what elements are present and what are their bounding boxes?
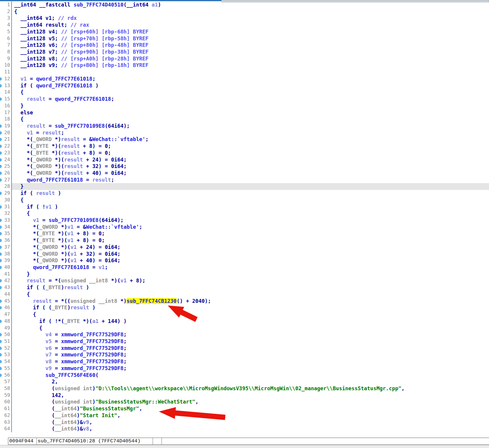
code-line[interactable]: 18 { xyxy=(0,116,489,123)
code-text[interactable]: v1 = result; xyxy=(12,129,489,136)
code-text[interactable]: __int64 result; // rax xyxy=(12,22,489,28)
code-text[interactable]: { xyxy=(12,197,489,204)
code-line[interactable]: 60 (unsigned int)"BusinessStatusMgr::WeC… xyxy=(0,399,489,405)
code-text[interactable]: *(_BYTE *)(v1 + 8) = 0; xyxy=(12,230,489,237)
code-text[interactable]: 2, xyxy=(12,378,489,385)
code-text[interactable]: if ( qword_7FFC77E61018 ) xyxy=(12,82,489,89)
code-line[interactable]: 28 } xyxy=(0,183,489,190)
code-text[interactable]: (__int64)&v8, xyxy=(12,425,489,432)
code-text[interactable]: v6 = xmmword_7FFC77529DF8; xyxy=(12,345,489,352)
code-line[interactable]: 19 result = sub_7FFC770109E8(64i64); xyxy=(0,123,489,129)
code-line[interactable]: 27 qword_7FFC77E61018 = result; xyxy=(0,177,489,183)
code-line[interactable]: 31 if ( !v1 ) xyxy=(0,204,489,210)
code-line[interactable]: 54 v8 = xmmword_7FFC77529DF8; xyxy=(0,358,489,365)
highlighted-token[interactable]: sub_7FFC74CB1230 xyxy=(127,298,177,304)
code-line[interactable]: 34 *(_QWORD *)v1 = &WeChat::`vftable'; xyxy=(0,224,489,231)
code-text[interactable]: (__int64)"BusinessStatusMgr", xyxy=(12,405,489,412)
code-text[interactable]: v4 = xmmword_7FFC77529DF8; xyxy=(12,331,489,338)
code-line[interactable]: 37 *(_QWORD *)(v1 + 24) = 0i64; xyxy=(0,244,489,251)
code-line[interactable]: 62 (__int64)"Start Init", xyxy=(0,412,489,419)
code-line[interactable]: 16 } xyxy=(0,103,489,109)
code-line[interactable]: 5 __int128 v4; // [rsp+60h] [rbp-68h] BY… xyxy=(0,28,489,35)
code-text[interactable]: { xyxy=(12,8,489,15)
code-text[interactable]: (unsigned int)"BusinessStatusMgr::WeChat… xyxy=(12,399,489,405)
code-text[interactable]: (__int64)&v9, xyxy=(12,419,489,426)
code-text[interactable]: { xyxy=(12,210,489,217)
code-text[interactable]: *(_BYTE *)(v1 + 8) = 0; xyxy=(12,237,489,244)
code-text[interactable] xyxy=(12,69,489,76)
code-text[interactable]: if ( !v1 ) xyxy=(12,204,489,210)
code-text[interactable]: 142, xyxy=(12,392,489,399)
code-line[interactable]: 23 *(_BYTE *)(result + 8) = 0; xyxy=(0,150,489,156)
code-line[interactable]: 43 if ( (_BYTE)result ) xyxy=(0,284,489,291)
code-text[interactable]: if ( result ) xyxy=(12,190,489,197)
code-text[interactable]: *(_QWORD *)(v1 + 32) = 0i64; xyxy=(12,251,489,257)
code-line[interactable]: 6 __int128 v5; // [rsp+70h] [rbp-58h] BY… xyxy=(0,35,489,42)
code-line[interactable]: 58 (unsigned int)"D:\\Tools\\agent\\work… xyxy=(0,385,489,392)
code-text[interactable]: *(_QWORD *)(result + 40) = 0i64; xyxy=(12,170,489,177)
code-line[interactable]: 50 v4 = xmmword_7FFC77529DF8; xyxy=(0,331,489,338)
code-line[interactable]: 3 __int64 v1; // rdx xyxy=(0,15,489,22)
code-text[interactable]: v5 = xmmword_7FFC77529DF8; xyxy=(12,338,489,345)
code-line[interactable]: 48 if ( !*(_BYTE *)(a1 + 144) ) xyxy=(0,318,489,325)
code-line[interactable]: 20 v1 = result; xyxy=(0,129,489,136)
code-line[interactable]: 11 xyxy=(0,69,489,76)
code-text[interactable]: __int128 v7; // [rsp+90h] [rbp-38h] BYRE… xyxy=(12,49,489,55)
code-text[interactable]: } xyxy=(12,183,489,190)
code-text[interactable]: { xyxy=(12,325,489,332)
code-line[interactable]: 21 *(_QWORD *)result = &WeChat::`vftable… xyxy=(0,136,489,143)
code-line[interactable]: 25 *(_QWORD *)(result + 32) = 0i64; xyxy=(0,163,489,170)
code-line[interactable]: 8 __int128 v7; // [rsp+90h] [rbp-38h] BY… xyxy=(0,49,489,55)
code-line[interactable]: 42 result = *(unsigned __int8 *)(v1 + 8)… xyxy=(0,277,489,284)
code-line[interactable]: 41 } xyxy=(0,271,489,278)
code-line[interactable]: 4 __int64 result; // rax xyxy=(0,22,489,28)
code-line[interactable]: 49 { xyxy=(0,325,489,332)
code-line[interactable]: 36 *(_BYTE *)(v1 + 8) = 0; xyxy=(0,237,489,244)
code-text[interactable]: if ( !*(_BYTE *)(a1 + 144) ) xyxy=(12,318,489,325)
code-line[interactable]: 39 *(_QWORD *)(v1 + 40) = 0i64; xyxy=(0,257,489,264)
code-line[interactable]: 40 qword_7FFC77E61018 = v1; xyxy=(0,264,489,271)
code-text[interactable]: __int64 v1; // rdx xyxy=(12,15,489,22)
code-text[interactable]: if ( (_BYTE)result ) xyxy=(12,284,489,291)
code-line[interactable]: 38 *(_QWORD *)(v1 + 32) = 0i64; xyxy=(0,251,489,257)
code-line[interactable]: 9 __int128 v8; // [rsp+A0h] [rbp-28h] BY… xyxy=(0,55,489,62)
code-text[interactable]: *(_QWORD *)(result + 32) = 0i64; xyxy=(12,163,489,170)
code-text[interactable]: { xyxy=(12,311,489,318)
code-line[interactable]: 29 if ( result ) xyxy=(0,190,489,197)
code-line[interactable]: 15 result = qword_7FFC77E61018; xyxy=(0,96,489,103)
code-text[interactable]: v1 = qword_7FFC77E61018; xyxy=(12,76,489,82)
code-line[interactable]: 13 if ( qword_7FFC77E61018 ) xyxy=(0,82,489,89)
code-line[interactable]: 52 v6 = xmmword_7FFC77529DF8; xyxy=(0,345,489,352)
code-line[interactable]: 7 __int128 v6; // [rsp+80h] [rbp-48h] BY… xyxy=(0,42,489,49)
code-text[interactable]: (__int64)"Start Init", xyxy=(12,412,489,419)
code-line[interactable]: 59 142, xyxy=(0,392,489,399)
code-text[interactable]: v9 = xmmword_7FFC77529DF8; xyxy=(12,365,489,372)
code-line[interactable]: 26 *(_QWORD *)(result + 40) = 0i64; xyxy=(0,170,489,177)
code-line[interactable]: 24 *(_QWORD *)(result + 24) = 0i64; xyxy=(0,156,489,163)
code-text[interactable]: __int128 v9; // [rsp+B0h] [rbp-18h] BYRE… xyxy=(12,62,489,69)
code-text[interactable]: { xyxy=(12,89,489,96)
code-line[interactable]: 64 (__int64)&v8, xyxy=(0,425,489,432)
code-line[interactable]: 63 (__int64)&v9, xyxy=(0,419,489,426)
code-text[interactable]: } xyxy=(12,271,489,278)
code-line[interactable]: 22 *(_BYTE *)(result + 8) = 0; xyxy=(0,143,489,150)
code-line[interactable]: 30 { xyxy=(0,197,489,204)
code-text[interactable]: *(_QWORD *)(v1 + 24) = 0i64; xyxy=(12,244,489,251)
code-text[interactable]: *(_QWORD *)(v1 + 40) = 0i64; xyxy=(12,257,489,264)
code-text[interactable]: __int128 v6; // [rsp+80h] [rbp-48h] BYRE… xyxy=(12,42,489,49)
code-line[interactable]: 56 sub_7FFC756F4E60( xyxy=(0,372,489,379)
code-line[interactable]: 47 { xyxy=(0,311,489,318)
code-line[interactable]: 45 result = *((unsigned __int8 *)sub_7FF… xyxy=(0,298,489,305)
code-line[interactable]: 53 v7 = xmmword_7FFC77529DF8; xyxy=(0,351,489,358)
code-text[interactable]: { xyxy=(12,291,489,298)
code-text[interactable]: __int128 v8; // [rsp+A0h] [rbp-28h] BYRE… xyxy=(12,55,489,62)
code-text[interactable]: else xyxy=(12,109,489,116)
code-text[interactable]: if ( (_BYTE)result ) xyxy=(12,304,489,311)
code-line[interactable]: 2{ xyxy=(0,8,489,15)
code-text[interactable]: { xyxy=(12,116,489,123)
code-line[interactable]: 17 else xyxy=(0,109,489,116)
code-line[interactable]: 35 *(_BYTE *)(v1 + 8) = 0; xyxy=(0,230,489,237)
code-text[interactable]: qword_7FFC77E61018 = v1; xyxy=(12,264,489,271)
code-line[interactable]: 1__int64 __fastcall sub_7FFC74D40510(__i… xyxy=(0,1,489,8)
code-line[interactable]: 51 v5 = xmmword_7FFC77529DF8; xyxy=(0,338,489,345)
